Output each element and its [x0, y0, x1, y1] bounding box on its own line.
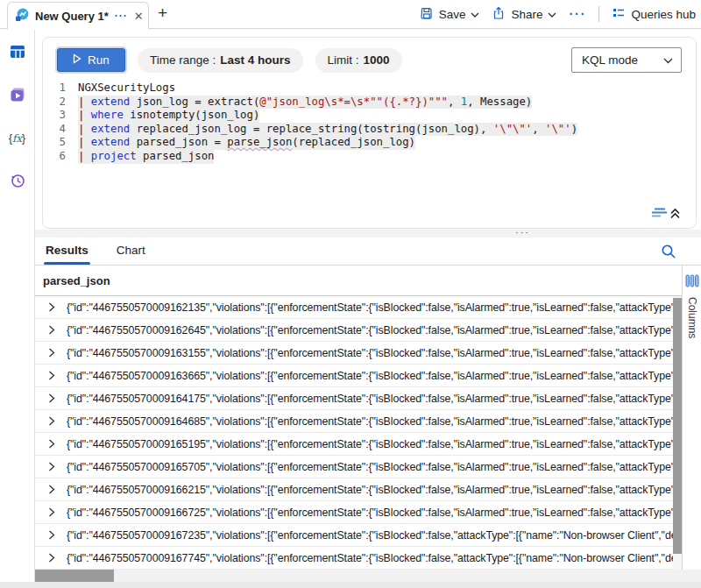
tab-more-icon[interactable]: ···: [115, 10, 128, 22]
new-tab-button[interactable]: +: [158, 4, 167, 23]
line-content: | extend replaced_json_log = replace_str…: [78, 123, 577, 137]
table-row[interactable]: {"id":"4467550570009163155","violations"…: [35, 342, 673, 365]
row-json-text: {"id":"4467550570009162135","violations"…: [67, 301, 673, 314]
chevron-down-icon: [471, 8, 479, 21]
panel-splitter[interactable]: ···: [35, 230, 701, 237]
row-json-text: {"id":"4467550570009164175","violations"…: [67, 393, 673, 405]
code-token: parsed_json: [137, 150, 215, 162]
limit-label: Limit :: [328, 53, 359, 67]
tab-close-icon[interactable]: ✕: [134, 10, 144, 23]
vertical-scrollbar[interactable]: [673, 296, 682, 570]
table-row[interactable]: {"id":"4467550570009163665","violations"…: [35, 365, 673, 387]
code-token: |: [78, 96, 91, 108]
code-line[interactable]: 4 | extend replaced_json_log = replace_s…: [43, 123, 696, 137]
code-token: |: [78, 109, 91, 121]
columns-side-panel[interactable]: Columns: [682, 266, 701, 570]
sidebar-item-query-history[interactable]: [8, 172, 27, 191]
line-content: | where isnotempty(json_log): [78, 109, 259, 123]
queries-hub-button[interactable]: Queries hub: [612, 6, 696, 23]
expand-chevron-icon[interactable]: [48, 348, 55, 358]
code-token: |: [78, 150, 91, 162]
expand-chevron-icon[interactable]: [48, 553, 55, 563]
expand-chevron-icon[interactable]: [48, 530, 55, 540]
expand-chevron-icon[interactable]: [48, 371, 55, 380]
line-content: NGXSecurityLogs: [78, 81, 175, 96]
expand-chevron-icon[interactable]: [48, 462, 55, 471]
code-line[interactable]: 1 NGXSecurityLogs: [43, 81, 696, 96]
time-range-label: Time range :: [150, 53, 216, 67]
table-row[interactable]: {"id":"4467550570009164175","violations"…: [35, 387, 673, 410]
expand-chevron-icon[interactable]: [48, 325, 55, 335]
share-icon: [492, 6, 506, 23]
divider: [598, 6, 599, 22]
query-mode-select[interactable]: KQL mode: [571, 47, 682, 73]
sidebar-item-functions[interactable]: {fx}: [8, 129, 27, 148]
tab-chart[interactable]: Chart: [115, 244, 147, 265]
expand-chevron-icon[interactable]: [48, 302, 55, 312]
table-row[interactable]: {"id":"4467550570009166215","violations"…: [35, 478, 673, 501]
line-number: 6: [43, 150, 78, 164]
chevron-down-icon: [663, 53, 673, 67]
share-button[interactable]: Share: [492, 6, 556, 23]
sidebar-item-tables[interactable]: [8, 43, 27, 62]
table-row[interactable]: {"id":"4467550570009162645","violations"…: [35, 319, 673, 342]
table-icon: [9, 43, 26, 63]
table-row[interactable]: {"id":"4467550570009167745","violations"…: [35, 547, 673, 570]
line-number: 2: [43, 96, 78, 110]
table-row[interactable]: {"id":"4467550570009162135","violations"…: [35, 296, 673, 319]
queries-hub-icon: [612, 6, 626, 23]
code-token: json_log = extract(: [130, 96, 259, 108]
row-json-text: {"id":"4467550570009166215","violations"…: [67, 484, 673, 496]
query-mode-value: KQL mode: [582, 53, 638, 67]
code-line[interactable]: 5 | extend parsed_json = parse_json(repl…: [43, 136, 696, 150]
limit-picker[interactable]: Limit : 1000: [315, 48, 402, 73]
code-token: |: [78, 136, 91, 148]
search-results-button[interactable]: [661, 244, 676, 262]
expand-chevron-icon[interactable]: [48, 416, 55, 426]
bottom-edge: [0, 582, 701, 588]
table-row[interactable]: {"id":"4467550570009165705","violations"…: [35, 456, 673, 478]
code-token: parse_json: [227, 136, 292, 148]
code-token: (replaced_json_log): [292, 136, 415, 148]
time-range-picker[interactable]: Time range : Last 4 hours: [138, 48, 303, 73]
tab-bar: New Query 1* ··· ✕ + Save: [0, 0, 701, 29]
vertical-scrollbar-thumb[interactable]: [673, 298, 682, 554]
column-header-parsed-json[interactable]: parsed_json: [35, 266, 682, 296]
code-token: parsed_json =: [130, 136, 227, 148]
code-token: isnotempty(json_log): [124, 109, 259, 121]
tab-new-query[interactable]: New Query 1* ··· ✕: [7, 2, 149, 30]
code-token: |: [78, 123, 91, 135]
collapse-editor-button[interactable]: [650, 206, 682, 223]
horizontal-scrollbar-thumb[interactable]: [35, 570, 114, 582]
tab-results[interactable]: Results: [44, 244, 90, 265]
more-options-icon[interactable]: ···: [569, 7, 586, 21]
expand-chevron-icon[interactable]: [48, 439, 55, 449]
save-button[interactable]: Save: [420, 6, 480, 23]
table-row[interactable]: {"id":"4467550570009167235","violations"…: [35, 524, 673, 547]
time-range-value: Last 4 hours: [220, 53, 290, 67]
table-row[interactable]: {"id":"4467550570009164685","violations"…: [35, 410, 673, 433]
horizontal-scrollbar[interactable]: [35, 570, 701, 582]
run-button[interactable]: Run: [57, 48, 125, 72]
table-row[interactable]: {"id":"4467550570009165195","violations"…: [35, 433, 673, 456]
columns-icon: [685, 274, 699, 290]
row-json-text: {"id":"4467550570009166725","violations"…: [67, 507, 673, 519]
code-token: , Message): [467, 96, 532, 108]
code-line[interactable]: 3 | where isnotempty(json_log): [43, 109, 696, 123]
column-header-label: parsed_json: [43, 274, 110, 287]
row-json-text: {"id":"4467550570009165705","violations"…: [67, 461, 673, 473]
limit-value: 1000: [364, 53, 390, 67]
splitter-grip-icon[interactable]: ···: [515, 227, 530, 237]
table-row[interactable]: {"id":"4467550570009166725","violations"…: [35, 501, 673, 524]
code-token: ,: [448, 96, 461, 108]
row-json-text: {"id":"4467550570009164685","violations"…: [67, 415, 673, 428]
code-token: extend: [91, 96, 130, 108]
expand-chevron-icon[interactable]: [48, 393, 55, 403]
sidebar-item-saved-queries[interactable]: [8, 86, 27, 105]
expand-chevron-icon[interactable]: [48, 507, 55, 517]
query-editor[interactable]: 1 NGXSecurityLogs 2 | extend json_log = …: [43, 81, 696, 164]
code-line[interactable]: 6 | project parsed_json: [43, 150, 696, 164]
code-line[interactable]: 2 | extend json_log = extract(@"json_log…: [43, 96, 696, 110]
expand-chevron-icon[interactable]: [48, 485, 55, 494]
code-token: extend: [91, 136, 130, 148]
